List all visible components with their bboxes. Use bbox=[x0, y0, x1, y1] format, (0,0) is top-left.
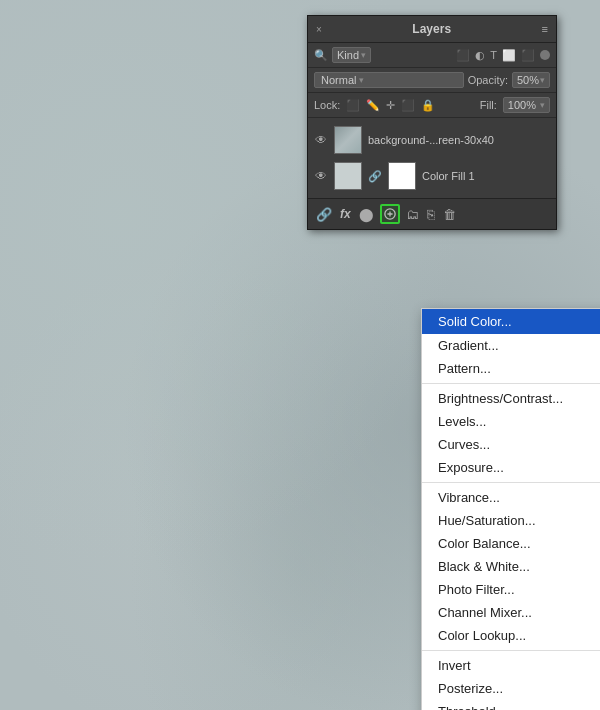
adjustment-svg-icon bbox=[384, 207, 396, 221]
menu-separator-1 bbox=[422, 383, 600, 384]
menu-separator-3 bbox=[422, 650, 600, 651]
layer-thumbnail-image bbox=[335, 127, 361, 153]
menu-item-photo-filter[interactable]: Photo Filter... bbox=[422, 578, 600, 601]
layer-name: background-...reen-30x40 bbox=[368, 134, 550, 146]
layer-visibility-icon[interactable]: 👁 bbox=[314, 133, 328, 147]
menu-item-exposure[interactable]: Exposure... bbox=[422, 456, 600, 479]
lock-pixels-icon[interactable]: ✏️ bbox=[366, 99, 380, 112]
delete-layer-icon[interactable]: 🗑 bbox=[441, 205, 458, 224]
pixel-filter-icon[interactable]: ⬛ bbox=[456, 49, 470, 62]
kind-row: 🔍 Kind ▾ ⬛ ◐ T ⬜ ⬛ bbox=[308, 43, 556, 68]
layer-mask-white bbox=[389, 163, 415, 189]
menu-item-color-balance[interactable]: Color Balance... bbox=[422, 532, 600, 555]
menu-item-threshold[interactable]: Threshold... bbox=[422, 700, 600, 710]
lock-label: Lock: bbox=[314, 99, 340, 111]
fill-chevron-icon: ▾ bbox=[540, 100, 545, 110]
layer-thumbnail-solid bbox=[335, 163, 361, 189]
layer-item[interactable]: 👁 background-...reen-30x40 bbox=[308, 122, 556, 158]
menu-item-channel-mixer[interactable]: Channel Mixer... bbox=[422, 601, 600, 624]
new-layer-icon[interactable]: ⎘ bbox=[425, 205, 437, 224]
adjustment-filter-icon[interactable]: ◐ bbox=[475, 49, 485, 62]
menu-item-color-lookup[interactable]: Color Lookup... bbox=[422, 624, 600, 647]
menu-separator-2 bbox=[422, 482, 600, 483]
menu-item-black-white[interactable]: Black & White... bbox=[422, 555, 600, 578]
menu-item-gradient[interactable]: Gradient... bbox=[422, 334, 600, 357]
panel-title: Layers bbox=[412, 22, 451, 36]
type-filter-icon[interactable]: T bbox=[490, 49, 497, 61]
blend-mode-row: Normal ▾ Opacity: 50% ▾ bbox=[308, 68, 556, 93]
lock-artboard-icon[interactable]: ⬛ bbox=[401, 99, 415, 112]
add-mask-icon[interactable]: ⬤ bbox=[357, 205, 376, 224]
panel-close-button[interactable]: × bbox=[316, 24, 322, 35]
kind-dropdown[interactable]: Kind ▾ bbox=[332, 47, 371, 63]
menu-item-vibrance[interactable]: Vibrance... bbox=[422, 486, 600, 509]
panel-menu-icon[interactable]: ≡ bbox=[542, 23, 548, 35]
menu-item-posterize[interactable]: Posterize... bbox=[422, 677, 600, 700]
blend-mode-chevron-icon: ▾ bbox=[359, 75, 364, 85]
kind-icon-row: ⬛ ◐ T ⬜ ⬛ bbox=[456, 49, 550, 62]
new-group-icon[interactable]: 🗂 bbox=[404, 205, 421, 224]
layer-name: Color Fill 1 bbox=[422, 170, 550, 182]
circle-filter-icon[interactable] bbox=[540, 50, 550, 60]
lock-icons: ⬛ ✏️ ✛ ⬛ 🔒 bbox=[346, 99, 435, 112]
panel-toolbar: 🔗 fx ⬤ 🗂 ⎘ 🗑 bbox=[308, 198, 556, 229]
lock-transparent-icon[interactable]: ⬛ bbox=[346, 99, 360, 112]
fill-label: Fill: bbox=[480, 99, 497, 111]
menu-item-levels[interactable]: Levels... bbox=[422, 410, 600, 433]
blend-mode-dropdown[interactable]: Normal ▾ bbox=[314, 72, 464, 88]
kind-label: 🔍 bbox=[314, 49, 328, 62]
new-fill-adjustment-icon[interactable] bbox=[380, 204, 400, 224]
shape-filter-icon[interactable]: ⬜ bbox=[502, 49, 516, 62]
fill-value-text: 100% bbox=[508, 99, 536, 111]
layer-thumbnail bbox=[334, 126, 362, 154]
menu-item-brightness-contrast[interactable]: Brightness/Contrast... bbox=[422, 387, 600, 410]
layers-list: 👁 background-...reen-30x40 👁 🔗 Color Fil… bbox=[308, 118, 556, 198]
opacity-input[interactable]: 50% ▾ bbox=[512, 72, 550, 88]
link-layers-icon[interactable]: 🔗 bbox=[314, 205, 334, 224]
lock-position-icon[interactable]: ✛ bbox=[386, 99, 395, 112]
fill-input[interactable]: 100% ▾ bbox=[503, 97, 550, 113]
menu-item-solid-color[interactable]: Solid Color... bbox=[422, 309, 600, 334]
layers-panel: × Layers ≡ 🔍 Kind ▾ ⬛ ◐ T ⬜ ⬛ Normal ▾ O… bbox=[307, 15, 557, 230]
panel-titlebar: × Layers ≡ bbox=[308, 16, 556, 43]
menu-item-invert[interactable]: Invert bbox=[422, 654, 600, 677]
layer-mask-thumbnail bbox=[388, 162, 416, 190]
layer-thumbnail bbox=[334, 162, 362, 190]
adjustment-dropdown-menu: Solid Color... Gradient... Pattern... Br… bbox=[421, 308, 600, 710]
layer-link-icon: 🔗 bbox=[368, 170, 382, 183]
menu-item-pattern[interactable]: Pattern... bbox=[422, 357, 600, 380]
smart-filter-icon[interactable]: ⬛ bbox=[521, 49, 535, 62]
blend-mode-value: Normal bbox=[321, 74, 356, 86]
opacity-value-text: 50% bbox=[517, 74, 539, 86]
kind-chevron-icon: ▾ bbox=[361, 50, 366, 60]
opacity-label: Opacity: bbox=[468, 74, 508, 86]
layer-item[interactable]: 👁 🔗 Color Fill 1 bbox=[308, 158, 556, 194]
menu-item-curves[interactable]: Curves... bbox=[422, 433, 600, 456]
lock-row: Lock: ⬛ ✏️ ✛ ⬛ 🔒 Fill: 100% ▾ bbox=[308, 93, 556, 118]
menu-item-hue-saturation[interactable]: Hue/Saturation... bbox=[422, 509, 600, 532]
opacity-chevron-icon: ▾ bbox=[540, 75, 545, 85]
fx-button[interactable]: fx bbox=[338, 205, 353, 223]
lock-all-icon[interactable]: 🔒 bbox=[421, 99, 435, 112]
layer-visibility-icon[interactable]: 👁 bbox=[314, 169, 328, 183]
kind-dropdown-label: Kind bbox=[337, 49, 359, 61]
